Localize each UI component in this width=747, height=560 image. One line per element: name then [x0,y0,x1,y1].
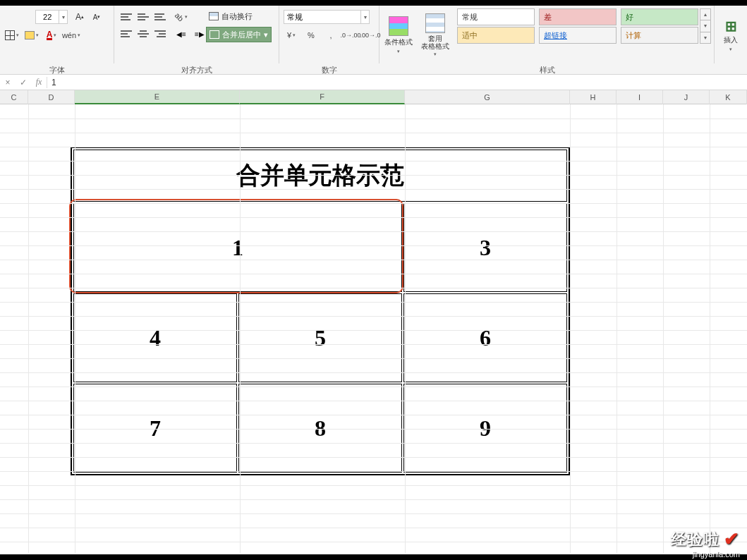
border-icon [5,30,15,40]
merged-cell[interactable]: 1 [73,203,402,292]
align-top-button[interactable] [119,10,134,24]
insert-button[interactable]: ⊞ 插入 ▾ [715,10,747,61]
insert-icon: ⊞ [722,18,740,34]
chevron-down-icon: ▾ [397,49,400,54]
percent-button[interactable]: % [303,28,319,42]
column-header-E[interactable]: E [75,90,240,104]
chevron-down-icon[interactable]: ▾ [360,11,369,23]
cell[interactable]: 4 [73,293,237,382]
chevron-down-icon: ▾ [729,47,732,52]
bucket-icon [25,31,35,39]
decrease-decimal-button[interactable]: .00→.0 [363,28,378,42]
border-button[interactable]: ▾ [4,28,20,42]
cell[interactable]: 5 [238,293,402,382]
cond-format-icon [389,16,408,36]
cell[interactable]: 9 [403,384,567,473]
comma-button[interactable]: , [323,28,339,42]
cell[interactable]: 8 [238,384,402,473]
align-bottom-button[interactable] [152,10,168,24]
formula-bar: × ✓ fx 1 [0,75,747,90]
wrap-text-button[interactable]: 自动换行 [206,8,255,24]
column-header-C[interactable]: C [0,90,28,104]
watermark-url: jingyanla.com [671,550,740,559]
cell[interactable]: 3 [403,203,567,292]
gallery-expand-icon[interactable]: ▾ [700,32,710,43]
ribbon: 22 ▾ A▴ A▾ ▾ ▾ A▾ wén▾ [0,6,747,75]
chevron-down-icon[interactable]: ▾ [264,30,268,39]
conditional-formatting-button[interactable]: 条件格式 ▾ [382,10,415,61]
cancel-icon[interactable]: × [0,75,16,90]
font-size-dropdown[interactable]: 22 ▾ [35,10,68,24]
fill-color-button[interactable]: ▾ [24,28,40,42]
demo-table: 合并单元格示范 1 3 4 5 6 7 8 9 [71,147,570,475]
font-size-value[interactable]: 22 [36,13,59,21]
align-middle-button[interactable] [135,10,151,24]
style-hyperlink[interactable]: 超链接 [539,27,617,44]
number-format-dropdown[interactable]: 常规 ▾ [284,10,370,24]
align-center-button[interactable] [135,27,151,41]
font-color-icon: A [47,31,53,40]
scroll-up-icon[interactable]: ▴ [700,9,710,20]
styles-group-label: 样式 [379,65,715,75]
orientation-button[interactable]: ab▾ [174,10,189,24]
increase-indent-button[interactable]: ≡▶ [192,27,207,41]
watermark: 经验啦✔ jingyanla.com [671,528,740,559]
demo-title-cell[interactable]: 合并单元格示范 [73,150,567,202]
merge-label: 合并后居中 [222,30,261,40]
cell[interactable]: 7 [73,384,237,473]
column-header-D[interactable]: D [28,90,75,104]
align-right-button[interactable] [152,27,168,41]
cell[interactable]: 6 [403,293,567,382]
style-normal[interactable]: 常规 [457,8,535,25]
ribbon-group-labels: 字体 对齐方式 数字 样式 [0,65,747,75]
style-bad[interactable]: 差 [539,8,617,25]
accounting-format-button[interactable]: ¥▾ [284,28,299,42]
column-headers: CDEFGHIJK [0,90,747,104]
phonetic-button[interactable]: wén▾ [63,28,79,42]
chevron-down-icon[interactable]: ▾ [59,11,67,23]
scroll-down-icon[interactable]: ▾ [700,20,710,32]
wrap-label: 自动换行 [221,11,253,22]
align-group-label: 对齐方式 [114,65,279,75]
check-icon: ✔ [724,528,740,550]
style-calculation[interactable]: 计算 [621,27,698,44]
align-left-button[interactable] [119,27,134,41]
worksheet-grid[interactable]: 合并单元格示范 1 3 4 5 6 7 8 9 [0,104,747,553]
font-group-label: 字体 [0,65,114,75]
chevron-down-icon: ▾ [434,51,437,57]
column-header-J[interactable]: J [663,90,710,104]
style-gallery-scroll[interactable]: ▴ ▾ ▾ [700,8,711,44]
format-as-table-button[interactable]: 套用 表格格式 ▾ [419,10,451,61]
ruby-icon: wén [62,31,76,39]
ribbon-group-cells: ⊞ 插入 ▾ [715,6,747,63]
insert-label: 插入 [724,35,738,45]
ribbon-group-number: 常规 ▾ ¥▾ % , .0→.00 .00→.0 [279,6,379,63]
column-header-F[interactable]: F [240,90,405,104]
increase-decimal-button[interactable]: .0→.00 [343,28,358,42]
decrease-font-button[interactable]: A▾ [90,10,103,24]
fx-icon[interactable]: fx [31,75,47,90]
merge-icon [209,30,219,39]
column-header-I[interactable]: I [617,90,663,104]
table-format-label: 套用 表格格式 [421,35,449,50]
column-header-H[interactable]: H [570,90,617,104]
column-header-K[interactable]: K [710,90,747,104]
style-good[interactable]: 好 [621,8,698,25]
number-format-value: 常规 [284,12,360,23]
number-group-label: 数字 [279,65,379,75]
cell-styles-gallery[interactable]: 常规 差 好 适中 超链接 计算 [457,8,698,44]
merge-center-button[interactable]: 合并后居中 ▾ [206,27,272,42]
table-format-icon [425,13,445,33]
decrease-indent-button[interactable]: ◀≡ [174,27,189,41]
cond-format-label: 条件格式 [384,37,413,47]
ribbon-group-alignment: ab▾ ◀≡ ≡▶ 自动换行 合并后居中 ▾ [114,6,279,63]
ribbon-group-font: 22 ▾ A▴ A▾ ▾ ▾ A▾ wén▾ [0,6,114,63]
font-color-button[interactable]: A▾ [44,28,59,42]
watermark-text: 经验啦 [671,529,719,550]
column-header-G[interactable]: G [405,90,570,104]
style-neutral[interactable]: 适中 [457,27,535,44]
formula-input[interactable]: 1 [47,78,747,87]
excel-window: 22 ▾ A▴ A▾ ▾ ▾ A▾ wén▾ [0,6,747,554]
enter-icon[interactable]: ✓ [16,75,31,90]
increase-font-button[interactable]: A▴ [73,10,86,24]
